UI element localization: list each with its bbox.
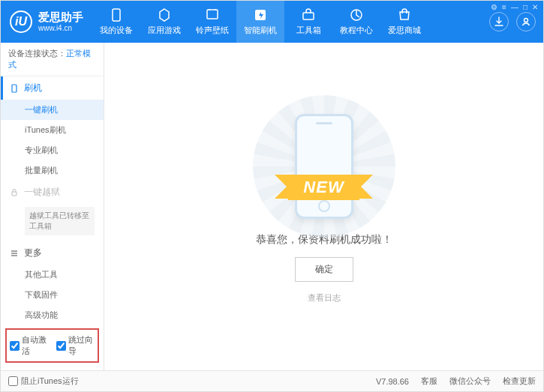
ok-button[interactable]: 确定: [295, 257, 353, 282]
user-icon[interactable]: [516, 12, 536, 31]
wallpaper-icon: [205, 8, 220, 22]
maximize-icon[interactable]: □: [523, 3, 527, 11]
nav-label: 我的设备: [100, 25, 133, 36]
nav-label: 智能刷机: [244, 25, 277, 36]
footer: 阻止iTunes运行 V7.98.66 客服 微信公众号 检查更新: [1, 370, 543, 391]
block-itunes-checkbox[interactable]: 阻止iTunes运行: [8, 376, 79, 387]
sidebar-item[interactable]: 其他工具: [1, 265, 104, 285]
brand-name: 爱思助手: [38, 10, 83, 24]
list-icon: [10, 249, 19, 258]
brand: iU 爱思助手 www.i4.cn: [1, 1, 92, 43]
sidebar-item[interactable]: 专业刷机: [1, 140, 104, 160]
main-content: NEW 恭喜您，保资料刷机成功啦！ 确定 查看日志: [104, 43, 543, 370]
top-nav: 我的设备应用游戏铃声壁纸智能刷机工具箱教程中心爱思商城: [92, 1, 482, 43]
checkbox-label: 自动激活: [22, 334, 49, 357]
svg-rect-6: [12, 85, 17, 92]
nav-label: 教程中心: [340, 25, 373, 36]
sidebar-group-more[interactable]: 更多: [1, 241, 104, 265]
book-icon: [349, 8, 364, 22]
nav-item-toolbox[interactable]: 工具箱: [284, 1, 332, 43]
check-update-link[interactable]: 检查更新: [503, 376, 536, 387]
success-illustration: NEW: [260, 110, 388, 223]
status-label: 设备连接状态：: [8, 49, 66, 58]
view-log-link[interactable]: 查看日志: [308, 292, 341, 304]
svg-rect-3: [303, 13, 314, 19]
checkbox-label: 阻止iTunes运行: [21, 376, 79, 387]
nav-label: 应用游戏: [148, 25, 181, 36]
sidebar-item[interactable]: 下载固件: [1, 285, 104, 305]
group-label: 刷机: [24, 82, 42, 94]
phone-icon: [109, 8, 124, 22]
nav-item-phone[interactable]: 我的设备: [92, 1, 140, 43]
close-icon[interactable]: ✕: [532, 3, 538, 11]
sidebar-item[interactable]: 高级功能: [1, 305, 104, 325]
svg-point-5: [524, 19, 528, 22]
sidebar-group-flash[interactable]: 刷机: [1, 76, 104, 100]
skip-setup-checkbox[interactable]: 跳过向导: [56, 334, 95, 357]
sidebar-item[interactable]: iTunes刷机: [1, 120, 104, 140]
jailbreak-note: 越狱工具已转移至工具箱: [25, 207, 95, 235]
download-icon[interactable]: [489, 12, 509, 31]
new-ribbon: NEW: [288, 175, 359, 200]
nav-item-apps[interactable]: 应用游戏: [140, 1, 188, 43]
header: iU 爱思助手 www.i4.cn 我的设备应用游戏铃声壁纸智能刷机工具箱教程中…: [1, 1, 543, 43]
customer-service-link[interactable]: 客服: [421, 376, 437, 387]
version-label: V7.98.66: [376, 377, 409, 386]
sidebar-options-box: 自动激活 跳过向导: [5, 328, 99, 363]
nav-label: 爱思商城: [388, 25, 421, 36]
apps-icon: [157, 8, 172, 22]
svg-rect-1: [207, 10, 218, 19]
sidebar-group-jailbreak: 一键越狱: [1, 181, 104, 204]
svg-rect-0: [113, 9, 120, 21]
wechat-link[interactable]: 微信公众号: [449, 376, 491, 387]
flash-icon: [253, 8, 268, 22]
brand-url: www.i4.cn: [38, 24, 83, 33]
checkbox-label: 跳过向导: [68, 334, 95, 357]
shop-icon: [397, 8, 412, 22]
nav-item-shop[interactable]: 爱思商城: [380, 1, 428, 43]
nav-label: 铃声壁纸: [196, 25, 229, 36]
auto-activate-checkbox[interactable]: 自动激活: [10, 334, 49, 357]
sidebar-item[interactable]: 批量刷机: [1, 160, 104, 181]
svg-rect-7: [12, 192, 17, 196]
brand-logo-icon: iU: [10, 10, 32, 33]
lock-icon: [10, 188, 19, 197]
phone-icon: [10, 84, 19, 93]
nav-label: 工具箱: [296, 25, 321, 36]
settings-icon[interactable]: ⚙: [491, 3, 497, 11]
nav-item-book[interactable]: 教程中心: [332, 1, 380, 43]
group-label: 更多: [24, 247, 42, 259]
sidebar-item[interactable]: 一键刷机: [1, 100, 104, 120]
sidebar: 设备连接状态：正常模式 刷机 一键刷机iTunes刷机专业刷机批量刷机 一键越狱…: [1, 43, 104, 370]
window-controls[interactable]: ⚙ ≡ — □ ✕: [491, 3, 538, 11]
minimize-icon[interactable]: —: [511, 3, 518, 11]
toolbox-icon: [301, 8, 316, 22]
menu-icon[interactable]: ≡: [502, 3, 506, 11]
nav-item-wallpaper[interactable]: 铃声壁纸: [188, 1, 236, 43]
nav-item-flash[interactable]: 智能刷机: [236, 1, 284, 43]
connection-status: 设备连接状态：正常模式: [1, 43, 104, 76]
group-label: 一键越狱: [24, 186, 60, 199]
